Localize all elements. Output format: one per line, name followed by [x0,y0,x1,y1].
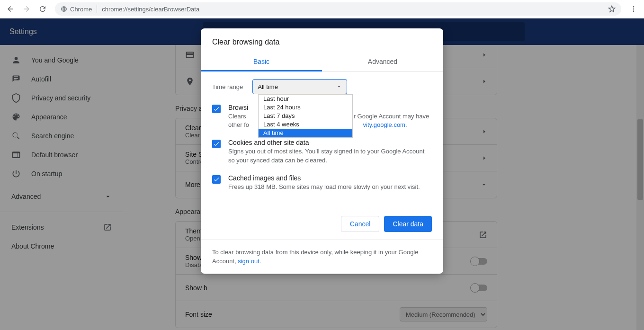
time-range-dropdown: Last hour Last 24 hours Last 7 days Last… [258,94,353,138]
time-range-label: Time range [212,83,243,90]
forward-button[interactable] [20,2,33,16]
dropdown-option-last-24-hours[interactable]: Last 24 hours [259,103,352,112]
tab-basic[interactable]: Basic [201,52,322,71]
cached-desc: Frees up 318 MB. Some sites may load mor… [228,183,420,191]
dropdown-arrow-icon [336,84,342,89]
clear-data-button[interactable]: Clear data [384,216,432,232]
browsing-history-checkbox[interactable] [212,105,221,113]
cached-check: Cached images and files Frees up 318 MB.… [212,174,432,191]
myactivity-link[interactable]: vity.google.com [363,121,405,128]
clear-browsing-data-dialog: Clear browsing data Basic Advanced Time … [201,28,443,274]
cancel-button[interactable]: Cancel [341,216,380,232]
reload-button[interactable] [36,2,49,16]
secure-label: Chrome [70,6,92,13]
browser-toolbar: Chrome chrome://settings/clearBrowserDat… [0,0,644,18]
cached-checkbox[interactable] [212,175,221,184]
omnibox-divider [97,5,97,13]
cookies-title: Cookies and other site data [228,139,432,146]
cookies-checkbox[interactable] [212,140,221,148]
site-info[interactable]: Chrome [61,6,92,13]
dropdown-option-last-4-weeks[interactable]: Last 4 weeks [259,120,352,129]
dialog-tabs: Basic Advanced [201,52,443,71]
dropdown-option-all-time[interactable]: All time [259,129,352,137]
dialog-footer: To clear browsing data from this device … [201,240,443,274]
cached-title: Cached images and files [228,174,420,182]
back-button[interactable] [4,2,17,16]
cookies-check: Cookies and other site data Signs you ou… [212,139,432,164]
chrome-menu-icon[interactable] [627,5,640,13]
cookies-desc: Signs you out of most sites. You'll stay… [228,147,432,164]
bookmark-star-icon[interactable] [608,5,616,13]
svg-point-3 [633,10,635,12]
dialog-title: Clear browsing data [201,28,443,52]
tab-advanced[interactable]: Advanced [322,52,443,71]
address-bar[interactable]: Chrome chrome://settings/clearBrowserDat… [55,2,621,16]
sign-out-link[interactable]: sign out [238,258,259,265]
time-range-select[interactable]: All time [252,79,347,94]
dropdown-option-last-7-days[interactable]: Last 7 days [259,112,352,120]
dropdown-option-last-hour[interactable]: Last hour [259,95,352,103]
svg-point-1 [633,6,635,8]
svg-point-2 [633,9,635,10]
url-text: chrome://settings/clearBrowserData [102,6,199,13]
